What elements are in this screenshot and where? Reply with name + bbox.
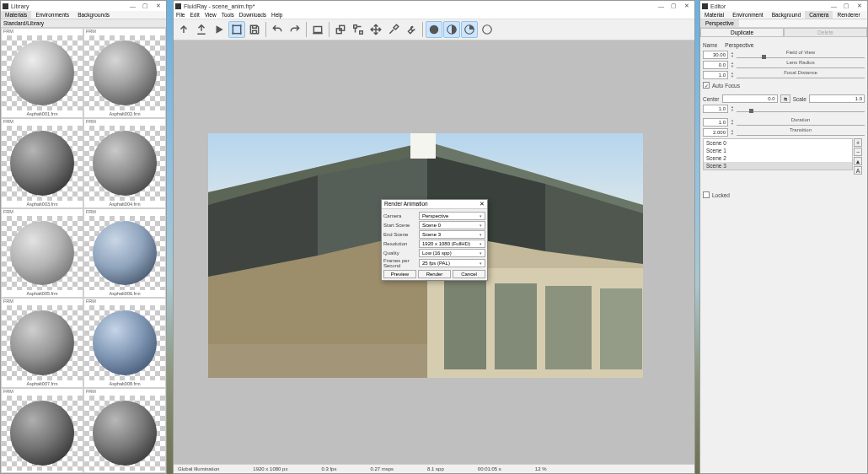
- material-cell[interactable]: FRM Asphalt007.frm: [1, 298, 83, 388]
- ground-icon[interactable]: [309, 21, 326, 38]
- autofocus-checkbox[interactable]: ✓: [703, 82, 710, 89]
- frame-icon[interactable]: [228, 21, 245, 38]
- move-up-button[interactable]: ▲: [854, 157, 862, 165]
- transition-slider[interactable]: Transition: [737, 128, 865, 137]
- lensradius-input[interactable]: 0.0: [703, 61, 728, 69]
- maximize-button[interactable]: ▢: [667, 2, 680, 11]
- dialog-dropdown[interactable]: Scene 0: [419, 221, 485, 229]
- material-cell[interactable]: FRM Asphalt004.frm: [83, 118, 166, 208]
- material-cell[interactable]: FRM Asphalt005.frm: [1, 208, 83, 299]
- tab-environment[interactable]: Environment: [728, 11, 768, 19]
- scene-item[interactable]: Scene 1: [704, 147, 852, 154]
- editor-titlebar[interactable]: Editor — ▢ ✕: [700, 1, 867, 11]
- scene-item[interactable]: Scene 0: [704, 139, 852, 147]
- fov-slider[interactable]: Field of View: [737, 51, 865, 59]
- lensradius-spinner[interactable]: ▲▼: [731, 62, 734, 68]
- scale-slider[interactable]: [737, 105, 865, 113]
- transition-input[interactable]: 2.000: [703, 128, 728, 137]
- scale-icon[interactable]: [332, 21, 349, 38]
- svg-rect-26: [410, 133, 436, 159]
- material-cell[interactable]: FRM: [1, 388, 83, 473]
- duration-spinner[interactable]: ▲▼: [731, 119, 734, 126]
- tab-background[interactable]: Background: [768, 11, 806, 19]
- maximize-button[interactable]: ▢: [139, 2, 152, 11]
- dialog-cancel-button[interactable]: Cancel: [453, 270, 485, 278]
- menu-tools[interactable]: Tools: [222, 12, 234, 18]
- upload-icon[interactable]: [175, 21, 192, 38]
- wrench-icon[interactable]: [403, 21, 420, 38]
- material-cell[interactable]: FRM Asphalt006.frm: [83, 208, 166, 299]
- shade-full-icon[interactable]: [426, 21, 442, 38]
- scene-list[interactable]: Scene 0Scene 1Scene 2Scene 3: [703, 138, 853, 170]
- undo-icon[interactable]: [269, 21, 286, 38]
- tab-renderer[interactable]: Renderer: [833, 11, 864, 19]
- dialog-titlebar[interactable]: Render Animation ✕: [382, 200, 487, 209]
- tab-environments[interactable]: Environments: [31, 11, 73, 19]
- focal-input[interactable]: 1.0: [703, 71, 728, 79]
- menu-downloads[interactable]: Downloads: [239, 12, 266, 18]
- tab-material[interactable]: Material: [700, 11, 728, 19]
- dialog-dropdown[interactable]: Perspective: [419, 212, 485, 220]
- eyedropper-icon[interactable]: [385, 21, 402, 38]
- duplicate-button[interactable]: Duplicate: [700, 28, 784, 37]
- move-icon[interactable]: [367, 21, 384, 38]
- tab-backgrounds[interactable]: Backgrounds: [73, 11, 114, 19]
- dialog-dropdown[interactable]: Scene 3: [419, 230, 485, 239]
- material-cell[interactable]: FRM Asphalt001.frm: [1, 28, 83, 118]
- transition-spinner[interactable]: ▲▼: [731, 129, 734, 136]
- minimize-button[interactable]: —: [655, 2, 667, 11]
- duration-slider[interactable]: Duration: [737, 118, 865, 127]
- maximize-button[interactable]: ▢: [840, 2, 853, 11]
- close-icon[interactable]: ✕: [480, 201, 485, 207]
- play-icon[interactable]: [211, 21, 228, 38]
- editor-subtab-label[interactable]: Perspective: [700, 19, 739, 27]
- material-sphere: [93, 40, 158, 105]
- material-cell[interactable]: FRM Asphalt008.frm: [83, 298, 166, 388]
- duration-input[interactable]: 1.0: [703, 118, 728, 127]
- remove-scene-button[interactable]: −: [854, 148, 862, 156]
- material-cell[interactable]: FRM: [83, 388, 166, 473]
- shade-quarter-icon[interactable]: [461, 21, 478, 38]
- center-lock-icon[interactable]: ⇆: [780, 94, 790, 103]
- dialog-preview-button[interactable]: Preview: [383, 270, 416, 278]
- material-cell[interactable]: FRM Asphalt003.frm: [1, 118, 83, 208]
- material-cell[interactable]: FRM Asphalt002.frm: [83, 28, 166, 118]
- scale-value[interactable]: 1.0: [809, 94, 865, 103]
- snap-icon[interactable]: [350, 21, 367, 38]
- scale-spinner[interactable]: ▲▼: [731, 105, 734, 112]
- tab-materials[interactable]: Materials: [1, 11, 31, 19]
- redo-icon[interactable]: [287, 21, 303, 38]
- menu-file[interactable]: File: [176, 12, 185, 18]
- fov-spinner[interactable]: ▲▼: [731, 51, 734, 58]
- main-titlebar[interactable]: FluidRay - scene_anim.frp* — ▢ ✕: [174, 1, 694, 11]
- minimize-button[interactable]: —: [828, 2, 840, 11]
- focal-slider[interactable]: Focal Distance: [737, 71, 865, 79]
- scene-item[interactable]: Scene 2: [704, 154, 852, 162]
- scale-num-input[interactable]: 1.0: [703, 105, 728, 113]
- move-down-button[interactable]: A: [854, 166, 862, 175]
- scene-item[interactable]: Scene 3: [704, 162, 852, 170]
- menu-view[interactable]: View: [205, 12, 217, 18]
- center-input[interactable]: 0.0: [722, 94, 778, 103]
- fov-input[interactable]: 30.00: [703, 51, 728, 59]
- shade-half-icon[interactable]: [443, 21, 460, 38]
- dialog-dropdown[interactable]: 1920 x 1080 (FullHD): [419, 240, 485, 248]
- export-icon[interactable]: [193, 21, 210, 38]
- dialog-dropdown[interactable]: 25 fps (PAL): [419, 259, 485, 267]
- menu-edit[interactable]: Edit: [190, 12, 199, 18]
- dialog-dropdown[interactable]: Low (16 spp): [419, 249, 485, 257]
- shade-none-icon[interactable]: [479, 21, 496, 38]
- save-icon[interactable]: [246, 21, 263, 38]
- close-button[interactable]: ✕: [152, 2, 164, 11]
- add-scene-button[interactable]: +: [854, 138, 862, 147]
- close-button[interactable]: ✕: [680, 2, 693, 11]
- lensradius-slider[interactable]: Lens Radius: [737, 61, 865, 69]
- locked-checkbox[interactable]: [703, 191, 710, 198]
- library-titlebar[interactable]: Library — ▢ ✕: [1, 1, 166, 11]
- minimize-button[interactable]: —: [126, 2, 139, 11]
- dialog-render-button[interactable]: Render: [418, 270, 451, 278]
- focal-spinner[interactable]: ▲▼: [731, 72, 734, 78]
- close-button[interactable]: ✕: [853, 2, 865, 11]
- menu-help[interactable]: Help: [271, 12, 282, 18]
- tab-camera[interactable]: Camera: [805, 11, 833, 19]
